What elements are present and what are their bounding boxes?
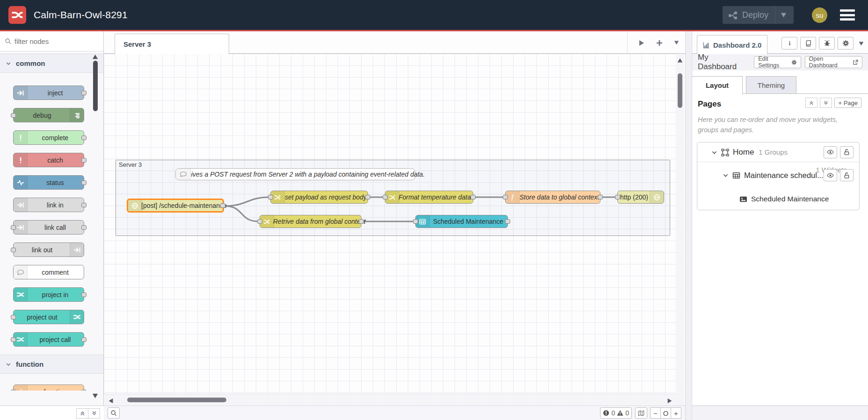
sidebar-menu-chevron-icon[interactable] [858,39,864,48]
flow-editor-grid[interactable]: Server 3 Receives a POST request from Se… [104,54,685,416]
output-port [365,195,370,199]
zoom-in-button[interactable]: + [671,407,681,419]
tabbar-buttons [627,31,680,54]
search-icon [5,38,11,44]
category-common[interactable]: common [0,54,103,73]
palette-node-project-in[interactable]: project in [13,287,84,302]
sidebar-footer [692,406,868,420]
main-menu-button[interactable] [840,9,855,21]
tree-row-page-home[interactable]: Home 1 Groups [697,142,859,162]
zoom-reset-button[interactable]: O [660,407,671,419]
flow-list-chevron-icon[interactable] [673,38,680,47]
palette-filter[interactable] [0,31,103,51]
tree-row-group-maintenance[interactable]: Maintenance schedul... 1 Widgets [697,162,859,188]
warning-count: 0 [625,409,629,417]
palette-node-status[interactable]: status [13,175,84,190]
dashboard-toolbar: My Dashboard Edit Settings Open Dashboar… [692,54,868,71]
tree-row-widget-scheduled-maintenance[interactable]: Scheduled Maintenance [697,188,859,210]
expand-all-categories-button[interactable] [88,408,100,419]
flow-node-store-data[interactable]: Store data to global context [505,191,600,204]
palette-node-complete[interactable]: complete [13,130,84,145]
toggle-lock-button[interactable] [840,146,854,158]
scroll-left-icon[interactable] [108,396,114,405]
sidebar-action-buttons [781,37,864,50]
deploy-options-chevron-icon[interactable] [775,6,792,24]
zoom-out-button[interactable]: − [650,407,661,419]
widget-label: Scheduled Maintenance [751,195,829,203]
help-button[interactable] [800,37,816,50]
flow-node-http-in-selected[interactable]: [post] /schedule-maintenance [127,199,224,213]
chevron-down-icon[interactable] [723,171,729,179]
input-port [11,315,16,320]
node-red-logo-icon [8,6,26,24]
sidebar-splitter[interactable] [685,31,692,420]
toggle-visibility-button[interactable] [824,146,837,158]
horizontal-scrollbar-thumb[interactable] [127,398,226,402]
chevron-down-icon[interactable] [711,148,717,157]
palette-node-project-call[interactable]: project call [13,332,84,347]
group-label: Maintenance schedul... [744,171,823,180]
flow-node-format-temperature[interactable]: Format temperature data. [385,191,473,204]
flow-tab-server-3[interactable]: Server 3 [115,34,229,54]
toggle-lock-button[interactable] [840,169,854,181]
page-meta: 1 Groups [759,148,788,156]
palette-node-function[interactable]: function [13,384,84,391]
info-button[interactable] [781,37,797,50]
palette-node-link-out[interactable]: link out [13,242,84,257]
scroll-right-icon[interactable] [666,396,673,405]
exclamation-icon [14,131,28,144]
output-port [81,91,87,95]
category-function[interactable]: function [0,355,103,374]
input-port [11,225,16,230]
palette-node-catch[interactable]: catch [13,153,84,167]
flow-node-retrieve-data[interactable]: Retrive data from global context [260,215,362,228]
notifications-counter[interactable]: 0 0 [600,407,632,419]
palette-scrollbar-thumb[interactable] [93,61,98,111]
collapse-all-button[interactable] [805,98,817,108]
flow-node-ui-table[interactable]: Scheduled Maintenance [415,215,508,228]
palette-node-comment[interactable]: comment [13,265,84,279]
palette-node-link-in[interactable]: link in [13,198,84,212]
chevron-down-icon [6,362,11,367]
palette-node-debug[interactable]: debug [13,108,84,122]
sidebar-tab-dashboard[interactable]: Dashboard 2.0 [697,35,767,54]
palette-scroll-down-icon[interactable] [92,392,99,400]
deploy-button[interactable]: Deploy [723,6,794,24]
config-button[interactable] [838,37,854,50]
expand-all-button[interactable] [820,98,832,108]
debug-button[interactable] [819,37,835,50]
palette-node-project-out[interactable]: project out [13,310,84,324]
user-avatar[interactable]: su [812,7,827,23]
toggle-navigator-button[interactable] [635,407,647,419]
layout-theming-tabs: Layout Theming [692,76,868,94]
scroll-up-icon[interactable] [677,56,683,64]
palette-node-inject[interactable]: inject [13,85,84,100]
toggle-visibility-button[interactable] [824,169,837,181]
horizontal-scrollbar[interactable] [104,394,677,405]
flow-node-http-response[interactable]: http (200) [617,191,664,204]
unlock-icon [843,172,850,179]
input-port [383,195,388,199]
image-icon [739,195,747,203]
search-flows-button[interactable] [108,407,120,419]
next-tab-icon[interactable] [638,38,645,47]
tab-layout[interactable]: Layout [692,76,743,94]
sidebar-tabbar: Dashboard 2.0 [692,31,868,54]
filter-nodes-input[interactable] [14,37,85,45]
collapse-all-categories-button[interactable] [76,408,88,419]
globe-icon [128,200,142,211]
tab-theming[interactable]: Theming [746,76,796,94]
add-flow-icon[interactable] [656,38,663,47]
edit-settings-button[interactable]: Edit Settings [754,56,801,68]
vertical-scrollbar-thumb[interactable] [678,73,682,108]
project-logo-icon [14,288,28,301]
vertical-scrollbar[interactable] [676,54,684,416]
palette-node-link-call[interactable]: link call [13,220,84,235]
add-page-button[interactable]: + Page [834,98,861,108]
input-port [11,248,16,252]
comment-bubble-icon [176,169,191,180]
open-dashboard-button[interactable]: Open Dashboard [805,56,862,68]
flow-node-set-payload[interactable]: set payload as request body [270,191,368,204]
flow-node-comment[interactable]: Receives a POST request from Server 2 wi… [175,168,415,180]
palette-scroll-up-icon[interactable] [92,52,99,61]
